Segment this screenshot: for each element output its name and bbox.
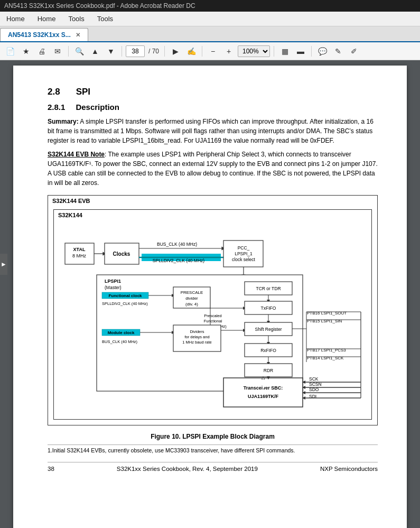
subsection-number: 2.8.1	[48, 103, 65, 112]
menu-tools2[interactable]: Tools	[91, 13, 119, 25]
zoom-out-button[interactable]: 🔍	[72, 44, 86, 58]
section-title: SPI	[76, 87, 90, 97]
footnote-text: 1.Initial S32K144 EVBs, currently obsole…	[48, 447, 295, 453]
page-footer: 38 S32K1xx Series Cookbook, Rev. 4, Sept…	[48, 462, 378, 472]
menu-home2[interactable]: Home	[31, 13, 62, 25]
pdf-page: 2.8 SPI 2.8.1 Description Summary: A sim…	[13, 66, 407, 528]
comment-button[interactable]: 💬	[315, 44, 329, 58]
footnote: 1.Initial S32K144 EVBs, currently obsole…	[48, 444, 378, 453]
svg-text:1 MHz baud rate: 1 MHz baud rate	[182, 340, 211, 345]
separator-4	[202, 46, 202, 57]
subsection-heading: 2.8.1 Description	[48, 103, 378, 112]
zoom-out2-button[interactable]: −	[206, 44, 220, 58]
tab-label: AN5413 S32K1xx S...	[8, 31, 71, 39]
fit-page-button[interactable]: ▦	[278, 44, 292, 58]
svg-text:Module clock: Module clock	[107, 330, 134, 335]
zoom-in-button[interactable]: +	[222, 44, 236, 58]
svg-text:TCR or TDR: TCR or TDR	[256, 286, 281, 291]
svg-text:SCK: SCK	[309, 376, 319, 382]
svg-text:RDR: RDR	[263, 368, 273, 373]
svg-text:(div. 4): (div. 4)	[185, 302, 198, 307]
separator-5	[274, 46, 274, 57]
svg-text:Functional: Functional	[203, 319, 222, 323]
svg-text:TxFIFO: TxFIFO	[260, 305, 276, 311]
title-text: AN5413 S32K1xx Series Cookbook.pdf - Ado…	[4, 2, 195, 10]
svg-text:Clocks: Clocks	[113, 251, 130, 257]
svg-text:8 MHz: 8 MHz	[72, 253, 86, 258]
bookmark-button[interactable]: ★	[19, 44, 33, 58]
page-separator: / 70	[147, 48, 161, 55]
separator-6	[311, 46, 312, 57]
title-bar: AN5413 S32K1xx Series Cookbook.pdf - Ado…	[0, 0, 420, 12]
menu-tools1[interactable]: Tools	[62, 13, 90, 25]
svg-text:PRESCALE: PRESCALE	[180, 290, 203, 295]
cursor-tool-button[interactable]: ▶	[169, 44, 182, 58]
pdf-viewport: 2.8 SPI 2.8.1 Description Summary: A sim…	[0, 60, 420, 528]
svg-text:PTB17 LSPI1_PCS3: PTB17 LSPI1_PCS3	[307, 348, 346, 353]
svg-text:UJA1169TK/F: UJA1169TK/F	[247, 394, 278, 399]
note-label: S32K144 EVB Note	[48, 151, 105, 158]
svg-text:PTB15 LSPI1_SIN: PTB15 LSPI1_SIN	[307, 319, 342, 323]
zoom-select[interactable]: 100% 75% 125% 150%	[238, 45, 270, 57]
svg-text:clock select: clock select	[232, 257, 256, 262]
summary-text: A simple LPSPI transfer is performed usi…	[48, 118, 374, 144]
print-button[interactable]: 🖨	[35, 44, 49, 58]
svg-text:Shift Register: Shift Register	[255, 327, 282, 332]
svg-text:SPLLDIV2_CLK (40 MHz): SPLLDIV2_CLK (40 MHz)	[152, 258, 204, 263]
svg-text:Functional clock: Functional clock	[108, 293, 142, 298]
page-number-input[interactable]	[126, 45, 145, 57]
scroll-arrow[interactable]: ►	[0, 254, 7, 275]
menu-home1[interactable]: Home	[0, 13, 31, 25]
sign-button[interactable]: ✐	[347, 44, 361, 58]
svg-text:divider: divider	[185, 296, 198, 301]
tab-close-icon[interactable]: ✕	[76, 32, 80, 38]
svg-text:LPSPI1: LPSPI1	[105, 279, 121, 284]
separator-1	[68, 46, 69, 57]
subsection-title: Description	[76, 103, 119, 112]
separator-2	[122, 46, 122, 57]
svg-text:BUS_CLK (40 MHz): BUS_CLK (40 MHz)	[102, 339, 138, 344]
hand-tool-button[interactable]: ✍	[184, 44, 198, 58]
next-view-button[interactable]: ▼	[104, 44, 118, 58]
tab-pdf[interactable]: AN5413 S32K1xx S... ✕	[0, 28, 88, 41]
svg-text:RxFIFO: RxFIFO	[260, 348, 276, 353]
tab-bar: AN5413 S32K1xx S... ✕	[0, 26, 420, 42]
toolbar: 📄 ★ 🖨 ✉ 🔍 ▲ ▼ / 70 ▶ ✍ − + 100% 75% 125%…	[0, 42, 420, 60]
footer-page-number: 38	[48, 466, 54, 472]
svg-text:PCC_: PCC_	[237, 245, 249, 251]
section-number: 2.8	[48, 87, 60, 97]
diagram-container: S32K144 EVB S32K144 XTAL 8 MHz Clocks BU…	[48, 195, 378, 425]
summary-paragraph: Summary: A simple LPSPI transfer is perf…	[48, 117, 378, 145]
svg-text:BUS_CLK (40 MHz): BUS_CLK (40 MHz)	[156, 242, 197, 247]
svg-text:XTAL: XTAL	[73, 247, 85, 252]
block-diagram-svg: XTAL 8 MHz Clocks BUS_CLK (40 MHz) SPLLD…	[60, 214, 366, 415]
svg-text:Prescaled: Prescaled	[204, 313, 221, 318]
new-button[interactable]: 📄	[3, 44, 17, 58]
footer-center-text: S32K1xx Series Cookbook, Rev. 4, Septemb…	[54, 466, 320, 472]
summary-label: Summary:	[48, 118, 79, 125]
note-paragraph: S32K144 EVB Note: The example uses LPSP1…	[48, 150, 378, 188]
figure-caption: Figure 10. LPSPI Example Block Diagram	[48, 433, 378, 440]
svg-text:PTB16 LSPI1_SOUT: PTB16 LSPI1_SOUT	[307, 311, 347, 316]
svg-text:(Master): (Master)	[105, 285, 122, 290]
footer-publisher: NXP Semiconductors	[320, 466, 378, 472]
edit-button[interactable]: ✎	[331, 44, 345, 58]
svg-text:for delays and: for delays and	[184, 335, 209, 339]
svg-text:SPLLDIV2_CLK (40 MHz): SPLLDIV2_CLK (40 MHz)	[102, 301, 148, 306]
previous-view-button[interactable]: ▲	[88, 44, 102, 58]
diagram-outer-label: S32K144 EVB	[52, 198, 90, 204]
fit-width-button[interactable]: ▬	[294, 44, 307, 58]
diagram-inner-label: S32K144	[58, 212, 82, 218]
diagram-inner: S32K144 XTAL 8 MHz Clocks BUS_CLK (40 MH…	[53, 209, 372, 420]
svg-text:Dividers: Dividers	[190, 329, 204, 334]
menu-bar: Home Home Tools Tools	[0, 12, 420, 26]
separator-3	[164, 46, 165, 57]
svg-text:LPSPI_1: LPSPI_1	[235, 251, 253, 256]
svg-text:PTB14 LSPI1_SCK: PTB14 LSPI1_SCK	[307, 356, 344, 360]
mail-button[interactable]: ✉	[51, 44, 64, 58]
section-heading: 2.8 SPI	[48, 87, 378, 97]
